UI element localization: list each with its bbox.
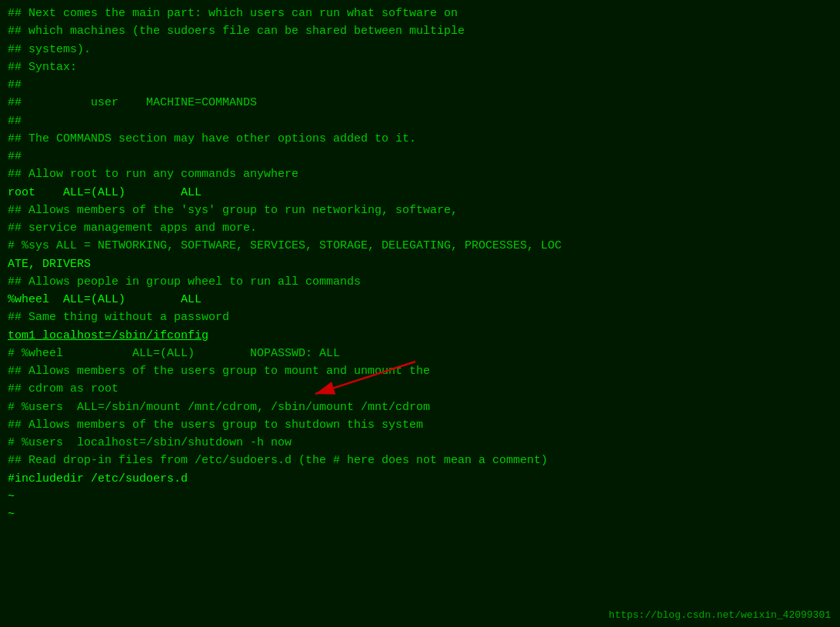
terminal-line: %wheel ALL=(ALL) ALL [8, 291, 832, 308]
terminal-line: ## Next comes the main part: which users… [8, 5, 832, 22]
terminal-line: ## which machines (the sudoers file can … [8, 22, 832, 40]
terminal-line: ## cdrom as root [8, 380, 832, 398]
terminal-line: ## [8, 112, 832, 130]
terminal-line: # %wheel ALL=(ALL) NOPASSWD: ALL [8, 345, 832, 362]
terminal-line: ## Allows people in group wheel to run a… [8, 273, 832, 291]
terminal-line: ## Allows members of the 'sys' group to … [8, 202, 832, 219]
terminal-line: ## user MACHINE=COMMANDS [8, 94, 832, 112]
terminal-line: ## [8, 148, 832, 165]
terminal-window: ## Next comes the main part: which users… [0, 0, 840, 627]
terminal-line: ~ [8, 488, 832, 505]
terminal-line: ## service management apps and more. [8, 219, 832, 237]
terminal-line: # %users ALL=/sbin/mount /mnt/cdrom, /sb… [8, 399, 832, 416]
terminal-line: ~ [8, 505, 832, 523]
terminal-line: ## Allows members of the users group to … [8, 416, 832, 434]
terminal-line: tom1 localhost=/sbin/ifconfig [8, 327, 832, 345]
terminal-line: ## Allows members of the users group to … [8, 362, 832, 380]
terminal-line: ## [8, 76, 832, 94]
terminal-line: ## Syntax: [8, 58, 832, 76]
terminal-line: ## Allow root to run any commands anywhe… [8, 165, 832, 183]
terminal-line: root ALL=(ALL) ALL [8, 184, 832, 202]
terminal-line: ## Read drop-in files from /etc/sudoers.… [8, 452, 832, 469]
terminal-line: ATE, DRIVERS [8, 255, 832, 273]
terminal-line: #includedir /etc/sudoers.d [8, 470, 832, 488]
terminal-line: # %users localhost=/sbin/shutdown -h now [8, 434, 832, 452]
watermark: https://blog.csdn.net/weixin_42099301 [608, 609, 831, 621]
terminal-line: ## systems). [8, 41, 832, 58]
terminal-line: # %sys ALL = NETWORKING, SOFTWARE, SERVI… [8, 237, 832, 255]
terminal-line: ## The COMMANDS section may have other o… [8, 130, 832, 148]
terminal-line: ## Same thing without a password [8, 308, 832, 326]
